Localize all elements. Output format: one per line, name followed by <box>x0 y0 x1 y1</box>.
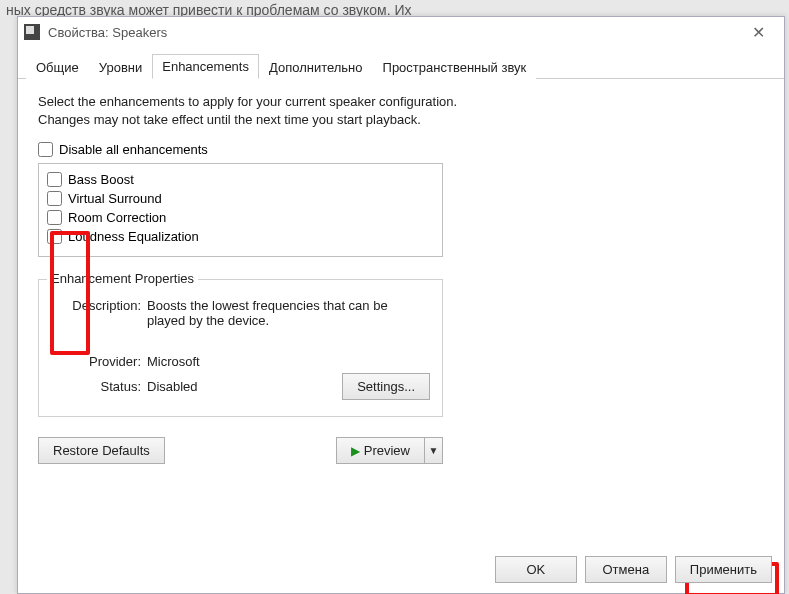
window-title: Свойства: Speakers <box>48 25 738 40</box>
play-icon: ▶ <box>351 444 360 458</box>
cancel-button[interactable]: Отмена <box>585 556 667 583</box>
apply-button[interactable]: Применить <box>675 556 772 583</box>
list-item[interactable]: Bass Boost <box>47 170 434 189</box>
intro-text: Select the enhancements to apply for you… <box>38 93 458 128</box>
list-item[interactable]: Virtual Surround <box>47 189 434 208</box>
tab-content: Select the enhancements to apply for you… <box>18 79 784 539</box>
list-item[interactable]: Loudness Equalization <box>47 227 434 246</box>
enhancement-checkbox[interactable] <box>47 210 62 225</box>
properties-dialog: Свойства: Speakers ✕ Общие Уровни Enhanc… <box>17 16 785 594</box>
status-value: Disabled <box>147 379 342 394</box>
disable-all-checkbox[interactable] <box>38 142 53 157</box>
description-label: Description: <box>51 298 141 328</box>
tab-levels[interactable]: Уровни <box>89 55 152 79</box>
enhancement-label: Loudness Equalization <box>68 229 199 244</box>
bottom-action-row: Restore Defaults ▶ Preview ▼ <box>38 437 443 464</box>
preview-button[interactable]: ▶ Preview <box>336 437 425 464</box>
ok-button[interactable]: OK <box>495 556 577 583</box>
disable-all-row[interactable]: Disable all enhancements <box>38 142 764 157</box>
enhancement-label: Bass Boost <box>68 172 134 187</box>
enhancement-checkbox[interactable] <box>47 229 62 244</box>
restore-defaults-button[interactable]: Restore Defaults <box>38 437 165 464</box>
close-icon: ✕ <box>752 23 765 42</box>
properties-legend: Enhancement Properties <box>47 271 198 286</box>
list-item[interactable]: Room Correction <box>47 208 434 227</box>
enhancement-checkbox[interactable] <box>47 191 62 206</box>
preview-split-button: ▶ Preview ▼ <box>336 437 443 464</box>
enhancements-list: Bass Boost Virtual Surround Room Correct… <box>38 163 443 257</box>
tab-advanced[interactable]: Дополнительно <box>259 55 373 79</box>
tab-enhancements[interactable]: Enhancements <box>152 54 259 79</box>
enhancement-label: Virtual Surround <box>68 191 162 206</box>
description-value: Boosts the lowest frequencies that can b… <box>147 298 427 328</box>
app-icon <box>24 24 40 40</box>
preview-dropdown[interactable]: ▼ <box>425 437 443 464</box>
tab-general[interactable]: Общие <box>26 55 89 79</box>
enhancement-label: Room Correction <box>68 210 166 225</box>
settings-button[interactable]: Settings... <box>342 373 430 400</box>
enhancement-properties-group: Enhancement Properties Description: Boos… <box>38 279 443 417</box>
chevron-down-icon: ▼ <box>429 445 439 456</box>
close-button[interactable]: ✕ <box>738 18 778 46</box>
titlebar: Свойства: Speakers ✕ <box>18 17 784 47</box>
status-label: Status: <box>51 379 141 394</box>
provider-value: Microsoft <box>147 354 200 369</box>
preview-label: Preview <box>364 443 410 458</box>
tab-spatial-sound[interactable]: Пространственный звук <box>373 55 537 79</box>
disable-all-label: Disable all enhancements <box>59 142 208 157</box>
tab-strip: Общие Уровни Enhancements Дополнительно … <box>18 47 784 79</box>
enhancement-checkbox[interactable] <box>47 172 62 187</box>
dialog-button-row: OK Отмена Применить <box>495 556 772 583</box>
provider-label: Provider: <box>51 354 141 369</box>
